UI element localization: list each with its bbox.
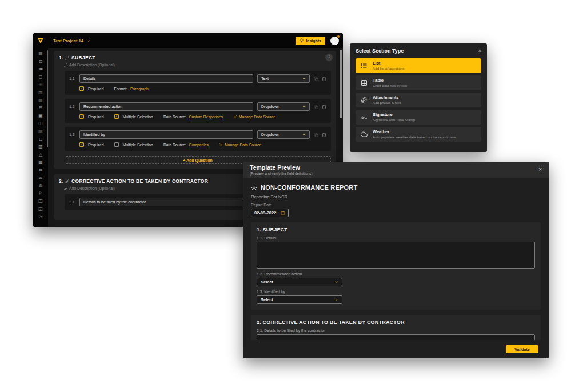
section-title[interactable]: SUBJECT (71, 55, 95, 61)
globe-icon[interactable]: ◍ (37, 183, 44, 188)
report-date-input[interactable]: 02-09-2022 (251, 209, 289, 217)
media-icon[interactable]: ⊡ (37, 59, 44, 64)
dashboard-icon[interactable]: ▦ (37, 51, 44, 56)
manage-data-source-link[interactable]: Manage Data Source (233, 115, 275, 119)
required-checkbox[interactable] (79, 114, 84, 119)
report-gear-icon (251, 185, 257, 191)
logo-triangle-icon (37, 37, 45, 45)
section-type-list[interactable]: ListAdd list of questions (356, 58, 481, 73)
project-name: Test Project 14 (53, 38, 83, 43)
manage-data-source-link[interactable]: Manage Data Source (219, 143, 261, 147)
question-number: 1.1 (69, 77, 75, 81)
chevron-down-icon (302, 105, 306, 109)
close-icon[interactable]: × (538, 166, 542, 173)
add-description-link[interactable]: Add Description (Optional) (64, 63, 331, 67)
sidebar-scrollbar[interactable] (47, 50, 48, 147)
cloud-icon[interactable]: ◫ (37, 121, 44, 126)
analytics-icon[interactable]: ▤ (37, 90, 44, 95)
section-type-weather[interactable]: WeatherAuto populate weather data based … (356, 127, 481, 142)
multiple-selection-checkbox[interactable] (114, 114, 119, 119)
chevron-down-icon (334, 298, 338, 302)
template-preview-dialog: Template Preview (Preview and verify the… (243, 162, 549, 358)
team-icon[interactable]: ▥ (37, 98, 44, 103)
question-type-select[interactable]: Dropdown (257, 130, 310, 139)
history-icon[interactable]: ◷ (37, 214, 44, 219)
section-type-signature[interactable]: SignatureSignature with Time Stamp (356, 110, 481, 125)
add-description-label: Add Description (Optional) (69, 63, 115, 67)
question-type-select[interactable]: Text (257, 74, 310, 83)
app-logo[interactable] (33, 33, 48, 48)
section-card-subject: 1. SUBJECT ⋮ Add Description (Optional) … (54, 51, 336, 169)
chevron-down-icon (334, 280, 338, 284)
archive-icon[interactable]: ▨ (37, 144, 44, 149)
multiple-selection-label: Multiple Selection (123, 115, 153, 119)
report-date-label: Report Date (251, 203, 541, 207)
section-menu-button[interactable]: ⋮ (325, 54, 333, 61)
question-number: 1.3 (69, 133, 75, 137)
trash-icon[interactable] (322, 133, 326, 137)
question-card: 1.1 Details Text Required (65, 71, 331, 95)
cards-icon[interactable]: ⊞ (37, 105, 44, 110)
insights-button[interactable]: Insights (296, 37, 325, 45)
edit-pencil-icon[interactable] (65, 56, 69, 60)
section-title[interactable]: CORRECTIVE ACTION TO BE TAKEN BY CONTRAC… (71, 178, 208, 184)
dialog-title: Select Section Type (356, 48, 404, 54)
duplicate-icon[interactable] (314, 77, 318, 81)
validate-button[interactable]: Validate (506, 345, 538, 353)
question-label-input[interactable]: Identified by (79, 130, 253, 139)
mail-icon[interactable]: ✉ (37, 175, 44, 181)
user-avatar[interactable] (330, 37, 339, 45)
section-type-table[interactable]: TableEnter data row by row (356, 75, 481, 90)
format-value-link[interactable]: Paragraph (130, 87, 149, 91)
question-type-select[interactable]: Dropdown (257, 102, 310, 111)
sidebar: ▦⊡≔◻◎▤▥⊞▣◫▧⊟▨△▩⊠✉◍⚐◰◱◷ (33, 48, 48, 227)
dialog-subtitle: (Preview and verify the field definition… (250, 171, 542, 175)
display-icon[interactable]: ◻ (37, 74, 44, 79)
lightbulb-icon (300, 38, 304, 43)
trash-icon[interactable] (322, 105, 326, 109)
chevron-down-icon (302, 133, 306, 137)
content-scrollbar[interactable] (340, 50, 342, 118)
recommended-action-select[interactable]: Select (257, 278, 342, 286)
record-icon[interactable]: ◎ (37, 82, 44, 87)
flag-icon[interactable]: ⚐ (37, 191, 44, 196)
dialog-title: Template Preview (250, 164, 542, 171)
field-label: 1.2. Recommended action (257, 272, 535, 276)
table-icon (361, 79, 368, 86)
forms-icon[interactable]: ≔ (37, 66, 44, 71)
finance-icon[interactable]: ⊠ (37, 167, 44, 173)
desktop: Test Project 14 Insights ▦⊡≔◻◎▤▥⊞▣◫▧⊟▨△▩… (0, 0, 583, 392)
folder-icon[interactable]: ⊟ (37, 137, 44, 142)
section-type-attachments[interactable]: AttachmentsAdd photos & files (356, 93, 481, 107)
project-selector[interactable]: Test Project 14 (53, 38, 90, 43)
safety-icon[interactable]: △ (37, 152, 44, 157)
certificates-icon[interactable]: ◰ (37, 198, 44, 203)
trash-icon[interactable] (322, 77, 326, 81)
section-number: 2. (59, 178, 63, 184)
details-textarea[interactable] (257, 242, 535, 269)
duplicate-icon[interactable] (314, 133, 318, 137)
duplicate-icon[interactable] (314, 105, 318, 109)
edit-pencil-icon (64, 187, 67, 190)
question-label-input[interactable]: Details (79, 74, 253, 83)
identified-by-select[interactable]: Select (257, 295, 342, 304)
data-source-link[interactable]: Companies (189, 143, 209, 147)
question-label-input[interactable]: Recommended action (79, 102, 253, 111)
report-title: NON-CONFORMANCE REPORT (261, 184, 357, 191)
question-card: 1.2 Recommended action Dropdown (65, 99, 331, 123)
checklist-icon[interactable]: ▣ (37, 113, 44, 118)
required-checkbox[interactable] (79, 142, 84, 147)
edit-pencil-icon (64, 63, 67, 67)
data-source-link[interactable]: Custom Responses (189, 115, 223, 119)
required-checkbox[interactable] (79, 86, 84, 91)
close-icon[interactable]: × (478, 49, 481, 54)
book-icon[interactable]: ◱ (37, 206, 44, 211)
documents-icon[interactable]: ▧ (37, 129, 44, 134)
format-label: Format: (114, 87, 127, 91)
reports-icon[interactable]: ▩ (37, 159, 44, 165)
edit-pencil-icon[interactable] (65, 179, 69, 183)
data-source-label: Data Source: (163, 143, 186, 147)
multiple-selection-checkbox[interactable] (114, 142, 119, 147)
calendar-icon (281, 211, 285, 215)
select-section-type-dialog: Select Section Type × ListAdd list of qu… (350, 43, 487, 152)
